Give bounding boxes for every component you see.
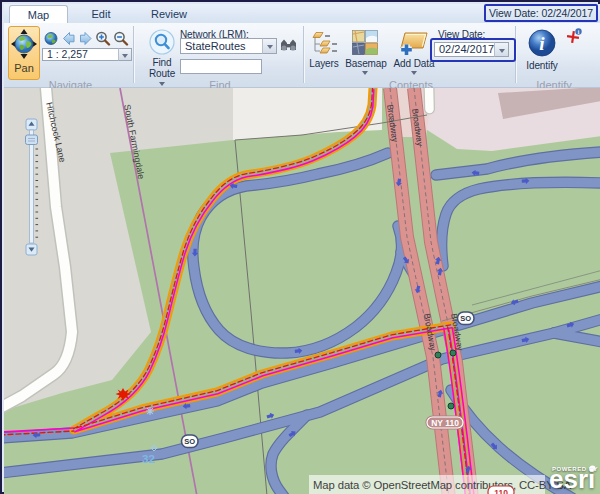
svg-text:i: i (539, 33, 545, 54)
svg-text:SO: SO (184, 437, 195, 446)
svg-text:SO: SO (460, 314, 471, 323)
svg-text:esri: esri (549, 464, 595, 494)
svg-text:NY 110: NY 110 (431, 418, 459, 428)
svg-text:110: 110 (494, 488, 508, 494)
svg-text:32: 32 (142, 453, 155, 465)
svg-text:Map data © OpenStreetMap contr: Map data © OpenStreetMap contributors, C… (313, 479, 572, 491)
